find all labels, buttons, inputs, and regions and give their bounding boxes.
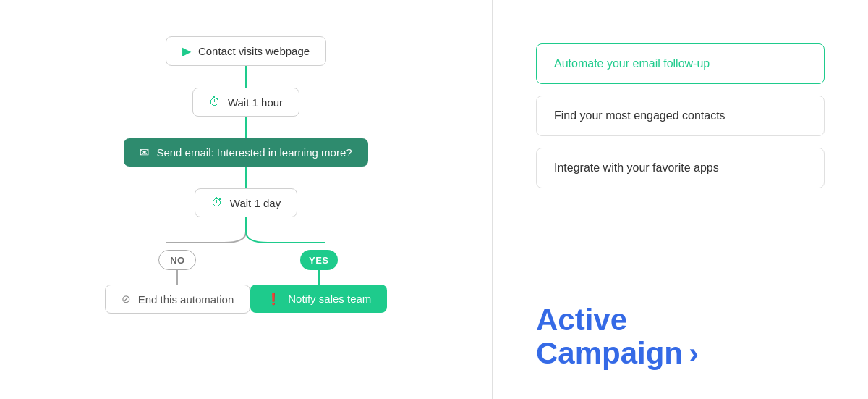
end-icon: ⊘	[122, 293, 131, 306]
right-panel: Automate your email follow-up Find your …	[493, 0, 868, 399]
no-badge: NO	[158, 250, 196, 270]
yes-badge: YES	[300, 250, 338, 270]
email-label: Send email: Interested in learning more?	[156, 146, 352, 159]
split-branches: NO ⊘ End this automation YES ❗ Notify sa…	[123, 250, 369, 314]
wait2-node[interactable]: ⏱ Wait 1 day	[195, 188, 297, 217]
card-active[interactable]: Automate your email follow-up	[536, 43, 825, 84]
visit-label: Contact visits webpage	[198, 45, 310, 57]
no-branch: NO ⊘ End this automation	[105, 250, 251, 314]
connector-2	[245, 117, 247, 138]
yes-branch: YES ❗ Notify sales team	[250, 250, 387, 313]
notify-icon: ❗	[266, 292, 281, 306]
card-3[interactable]: Integrate with your favorite apps	[536, 148, 825, 188]
clock2-icon: ⏱	[211, 196, 223, 209]
brand-section: Active Campaign ›	[536, 289, 825, 370]
email-icon: ✉	[140, 146, 149, 159]
connector-3	[245, 167, 247, 188]
brand-line1: Active	[536, 303, 825, 337]
email-node[interactable]: ✉ Send email: Interested in learning mor…	[124, 138, 367, 167]
brand-line2: Campaign	[536, 337, 683, 370]
card-active-label: Automate your email follow-up	[554, 57, 710, 70]
end-node[interactable]: ⊘ End this automation	[105, 285, 251, 314]
visit-node[interactable]: ▶ Contact visits webpage	[166, 36, 326, 66]
yes-connector	[318, 270, 320, 285]
wait1-label: Wait 1 hour	[228, 96, 283, 109]
wait1-node[interactable]: ⏱ Wait 1 hour	[192, 88, 299, 117]
end-label: End this automation	[138, 293, 234, 306]
notify-node[interactable]: ❗ Notify sales team	[250, 285, 387, 313]
clock-icon: ⏱	[209, 96, 221, 109]
brand-arrow-icon[interactable]: ›	[689, 337, 699, 370]
card-2[interactable]: Find your most engaged contacts	[536, 96, 825, 136]
left-panel: ▶ Contact visits webpage ⏱ Wait 1 hour ✉…	[0, 0, 492, 399]
card2-label: Find your most engaged contacts	[554, 109, 726, 122]
connector-1	[245, 66, 247, 88]
notify-label: Notify sales team	[288, 293, 371, 305]
wait2-label: Wait 1 day	[230, 197, 281, 209]
cursor-icon: ▶	[182, 44, 191, 58]
no-connector	[176, 270, 178, 285]
card3-label: Integrate with your favorite apps	[554, 161, 719, 174]
